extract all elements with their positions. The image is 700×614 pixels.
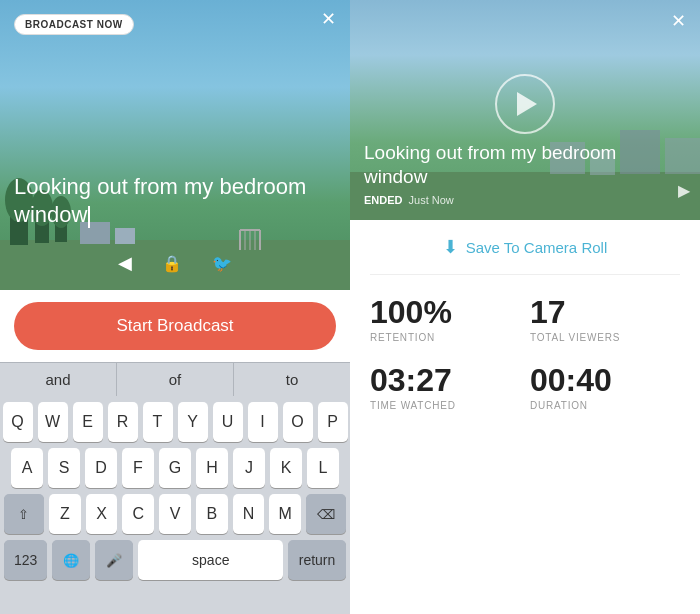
key-b[interactable]: B xyxy=(196,494,228,534)
key-y[interactable]: Y xyxy=(178,402,208,442)
key-m[interactable]: M xyxy=(269,494,301,534)
play-icon xyxy=(517,92,537,116)
broadcast-now-badge: BROADCAST NOW xyxy=(14,14,134,35)
keyboard-suggestions: and of to xyxy=(0,362,350,396)
start-broadcast-button[interactable]: Start Broadcast xyxy=(14,302,336,350)
right-stream-title: Looking out from my bedroom window xyxy=(364,141,670,190)
key-e[interactable]: E xyxy=(73,402,103,442)
key-numbers[interactable]: 123 xyxy=(4,540,47,580)
left-icons-row: ◀ 🔒 🐦 xyxy=(0,252,350,274)
stat-duration-value: 00:40 xyxy=(530,363,680,398)
text-cursor xyxy=(88,206,90,228)
key-h[interactable]: H xyxy=(196,448,228,488)
save-label[interactable]: Save To Camera Roll xyxy=(466,239,607,256)
suggestion-of[interactable]: of xyxy=(117,363,234,396)
download-icon: ⬇ xyxy=(443,236,458,258)
stat-retention-value: 100% xyxy=(370,295,520,330)
save-row[interactable]: ⬇ Save To Camera Roll xyxy=(370,236,680,275)
key-z[interactable]: Z xyxy=(49,494,81,534)
stat-total-viewers: 17 TOTAL VIEWERS xyxy=(530,295,680,343)
play-button[interactable] xyxy=(495,74,555,134)
suggestion-to[interactable]: to xyxy=(234,363,350,396)
key-k[interactable]: K xyxy=(270,448,302,488)
right-video-info: Looking out from my bedroom window ENDED… xyxy=(364,141,670,206)
suggestion-and[interactable]: and xyxy=(0,363,117,396)
key-u[interactable]: U xyxy=(213,402,243,442)
stat-duration: 00:40 DURATION xyxy=(530,363,680,411)
key-d[interactable]: D xyxy=(85,448,117,488)
left-close-button[interactable]: ✕ xyxy=(321,10,336,28)
key-a[interactable]: A xyxy=(11,448,43,488)
just-now-label: Just Now xyxy=(409,194,454,206)
key-l[interactable]: L xyxy=(307,448,339,488)
keyboard-row-2: A S D F G H J K L xyxy=(4,448,346,488)
stats-card: ⬇ Save To Camera Roll 100% RETENTION 17 … xyxy=(350,220,700,614)
keyboard-row-1: Q W E R T Y U I O P xyxy=(4,402,346,442)
stats-grid: 100% RETENTION 17 TOTAL VIEWERS 03:27 TI… xyxy=(370,295,680,411)
keyboard-row-3: ⇧ Z X C V B N M ⌫ xyxy=(4,494,346,534)
stat-retention-label: RETENTION xyxy=(370,332,520,343)
key-backspace[interactable]: ⌫ xyxy=(306,494,346,534)
stat-total-viewers-value: 17 xyxy=(530,295,680,330)
left-panel: BROADCAST NOW ✕ Looking out from my bedr… xyxy=(0,0,350,614)
key-mic[interactable]: 🎤 xyxy=(95,540,133,580)
key-v[interactable]: V xyxy=(159,494,191,534)
key-g[interactable]: G xyxy=(159,448,191,488)
key-globe[interactable]: 🌐 xyxy=(52,540,90,580)
key-x[interactable]: X xyxy=(86,494,118,534)
right-panel: ✕ Looking out from my bedroom window END… xyxy=(350,0,700,614)
right-close-button[interactable]: ✕ xyxy=(671,10,686,32)
twitter-icon[interactable]: 🐦 xyxy=(212,254,232,273)
right-play-small-icon[interactable]: ▶ xyxy=(678,181,690,200)
key-space[interactable]: space xyxy=(138,540,283,580)
key-t[interactable]: T xyxy=(143,402,173,442)
key-shift[interactable]: ⇧ xyxy=(4,494,44,534)
lock-icon[interactable]: 🔒 xyxy=(162,254,182,273)
key-o[interactable]: O xyxy=(283,402,313,442)
keyboard: Q W E R T Y U I O P A S D F G H J K L ⇧ … xyxy=(0,396,350,614)
key-s[interactable]: S xyxy=(48,448,80,488)
stat-time-watched: 03:27 TIME WATCHED xyxy=(370,363,520,411)
key-c[interactable]: C xyxy=(122,494,154,534)
key-w[interactable]: W xyxy=(38,402,68,442)
key-p[interactable]: P xyxy=(318,402,348,442)
left-stream-title: Looking out from my bedroom window xyxy=(14,173,336,230)
stat-retention: 100% RETENTION xyxy=(370,295,520,343)
left-camera-preview: BROADCAST NOW ✕ Looking out from my bedr… xyxy=(0,0,350,290)
ended-badge: ENDED xyxy=(364,194,403,206)
key-n[interactable]: N xyxy=(233,494,265,534)
back-icon[interactable]: ◀ xyxy=(118,252,132,274)
svg-rect-8 xyxy=(115,228,135,244)
key-r[interactable]: R xyxy=(108,402,138,442)
stat-time-watched-value: 03:27 xyxy=(370,363,520,398)
start-broadcast-area: Start Broadcast xyxy=(0,290,350,362)
stat-time-watched-label: TIME WATCHED xyxy=(370,400,520,411)
stat-duration-label: DURATION xyxy=(530,400,680,411)
key-j[interactable]: J xyxy=(233,448,265,488)
keyboard-row-4: 123 🌐 🎤 space return xyxy=(4,540,346,580)
stat-total-viewers-label: TOTAL VIEWERS xyxy=(530,332,680,343)
right-video-status: ENDED Just Now xyxy=(364,194,670,206)
svg-rect-19 xyxy=(665,138,700,174)
key-return[interactable]: return xyxy=(288,540,346,580)
right-camera-preview: ✕ Looking out from my bedroom window END… xyxy=(350,0,700,220)
key-i[interactable]: I xyxy=(248,402,278,442)
key-f[interactable]: F xyxy=(122,448,154,488)
key-q[interactable]: Q xyxy=(3,402,33,442)
